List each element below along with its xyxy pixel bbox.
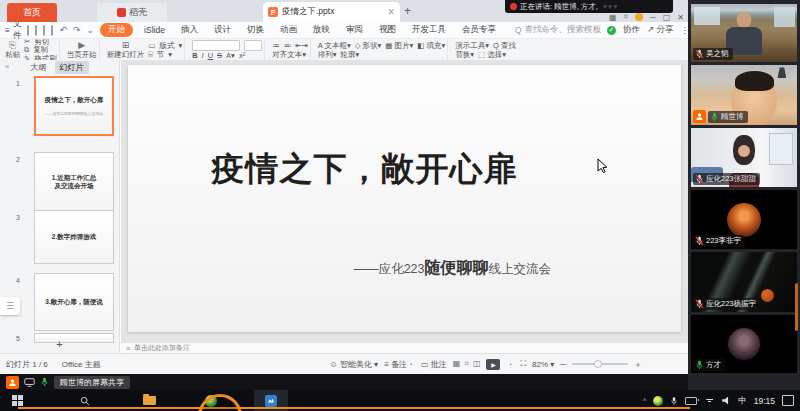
- textbox-button[interactable]: A 文本框▾: [318, 42, 351, 50]
- meeting-app-icon[interactable]: [6, 376, 19, 389]
- participant-tile[interactable]: 223李非宇: [691, 190, 797, 249]
- save-icon[interactable]: [27, 25, 29, 36]
- smart-beautify-button[interactable]: ☺ 智能美化 ▾: [330, 359, 379, 370]
- tab-review[interactable]: 审阅: [341, 23, 368, 37]
- participant-tile[interactable]: 应化223张甜甜: [691, 128, 797, 187]
- maximize-button[interactable]: ▢: [663, 13, 671, 22]
- tab-outline[interactable]: 大纲: [31, 62, 47, 73]
- activity-icon[interactable]: [635, 13, 643, 21]
- document-tab[interactable]: P 疫情之下.pptx ✕: [263, 2, 400, 22]
- slide-thumbnail-3[interactable]: 2.数字炸弹游戏: [34, 210, 114, 264]
- outline-button[interactable]: 轮廓▾: [341, 51, 360, 59]
- tab-member[interactable]: 会员专享: [457, 23, 501, 37]
- notes-bar[interactable]: ≡ 单击此处添加备注: [121, 342, 688, 353]
- cut-button[interactable]: ✂ 剪切: [24, 38, 57, 45]
- panel-collapse-icon[interactable]: «: [5, 62, 9, 71]
- tab-devtools[interactable]: 开发工具: [407, 23, 451, 37]
- select-button[interactable]: ⬚ 选择▾: [478, 51, 506, 59]
- layout-switch-icon[interactable]: ▦: [609, 13, 617, 22]
- participant-tile[interactable]: 应化223杨振宇: [691, 252, 797, 312]
- share-button[interactable]: ↗ 分享: [647, 24, 673, 36]
- slideshow-play-button[interactable]: ▶: [486, 359, 500, 370]
- italic-button[interactable]: I: [202, 52, 204, 60]
- wifi-icon[interactable]: [704, 397, 715, 405]
- current-slide[interactable]: 疫情之下，敞开心扉 ——应化223随便聊聊线上交流会: [128, 65, 681, 332]
- bold-button[interactable]: B: [192, 52, 197, 60]
- indent-icons[interactable]: ⇤⇥: [295, 42, 308, 50]
- tray-mic-icon[interactable]: [670, 396, 678, 406]
- home-tab[interactable]: 首页: [7, 3, 57, 22]
- slide-thumbnail-2[interactable]: 1.近期工作汇总 及交流会开场: [34, 152, 114, 212]
- notes-toggle-button[interactable]: ≡ 备注・: [384, 359, 415, 370]
- find-button[interactable]: Q 查找: [493, 42, 516, 50]
- zoom-slider[interactable]: [572, 363, 628, 365]
- tab-insert[interactable]: 插入: [176, 23, 203, 37]
- fit-window-icon[interactable]: ⛶: [520, 359, 526, 369]
- slide-sorter-icon[interactable]: ⌗: [464, 359, 469, 369]
- theme-name[interactable]: Office 主题: [62, 359, 101, 370]
- tab-view[interactable]: 视图: [374, 23, 401, 37]
- shape-button[interactable]: ◇ 形状▾: [355, 42, 382, 50]
- zoom-in-button[interactable]: ＋: [634, 359, 642, 370]
- new-slide-button[interactable]: ⊞新建幻灯片: [107, 41, 145, 58]
- underline-button[interactable]: U: [208, 52, 213, 60]
- present-tools-button[interactable]: 演示工具▾: [455, 42, 489, 50]
- font-size-input[interactable]: [244, 40, 262, 51]
- layout-button[interactable]: ▭ 版式▾: [148, 42, 182, 50]
- output-icon[interactable]: [35, 25, 37, 36]
- undo-icon[interactable]: ↶: [59, 25, 67, 35]
- more-dropdown-icon[interactable]: ⌄: [87, 25, 95, 35]
- tab-home[interactable]: 开始: [100, 23, 133, 37]
- add-slide-button[interactable]: +: [0, 339, 119, 350]
- tab-transition[interactable]: 切换: [242, 23, 269, 37]
- bullet-list-icon[interactable]: ≔: [272, 42, 280, 50]
- participant-tile[interactable]: 吴之韬: [691, 4, 797, 62]
- docer-tab[interactable]: 稻壳: [97, 3, 167, 22]
- zoom-out-button[interactable]: ─: [560, 360, 566, 369]
- new-tab-button[interactable]: +: [404, 4, 411, 18]
- close-button[interactable]: ✕: [677, 13, 684, 22]
- minimize-button[interactable]: ─: [650, 13, 656, 22]
- comments-toggle-button[interactable]: ▭ 批注: [421, 359, 447, 370]
- tab-slideshow[interactable]: 放映: [308, 23, 335, 37]
- play-dropdown-icon[interactable]: ・: [506, 359, 514, 370]
- paste-button[interactable]: ⎘粘贴: [5, 41, 20, 58]
- font-name-input[interactable]: [192, 40, 240, 51]
- play-from-page-button[interactable]: ▶当页开始: [67, 41, 97, 58]
- arrange-button[interactable]: 排列▾: [318, 51, 337, 59]
- battery-icon[interactable]: [685, 397, 697, 405]
- reading-view-icon[interactable]: ◫: [473, 359, 481, 369]
- participant-tile-speaking[interactable]: 顾世博: [691, 65, 797, 125]
- strike-button[interactable]: S: [217, 52, 222, 60]
- replace-button[interactable]: 替换▾: [455, 51, 474, 59]
- font-color-icon[interactable]: A▾: [226, 52, 235, 60]
- ime-indicator[interactable]: 中: [738, 395, 747, 407]
- section-button[interactable]: ⌸ 节▾: [148, 51, 182, 59]
- volume-icon[interactable]: [722, 397, 731, 405]
- copy-button[interactable]: ⧉ 复制: [24, 46, 57, 54]
- zoom-slider-knob[interactable]: [594, 360, 602, 368]
- notification-center-icon[interactable]: [782, 395, 794, 406]
- superscript-icon[interactable]: x²: [239, 52, 245, 60]
- tab-close-icon[interactable]: ✕: [387, 7, 395, 17]
- slide-thumbnail-1[interactable]: 疫情之下，敞开心扉 ——应化223随便聊聊线上交流会: [34, 76, 114, 136]
- zoom-level[interactable]: 82% ▾: [532, 360, 554, 369]
- tab-islide[interactable]: iSlide: [139, 24, 170, 36]
- normal-view-icon[interactable]: ▦: [453, 359, 461, 369]
- redo-icon[interactable]: ↷: [73, 25, 81, 35]
- slide-navigator-button[interactable]: ☰: [0, 297, 20, 315]
- sidebar-scrollbar[interactable]: [795, 283, 798, 331]
- participant-tile[interactable]: 方才: [691, 315, 797, 373]
- align-text-button[interactable]: 对齐文本▾: [272, 51, 306, 59]
- fill-button[interactable]: ◧ 填充▾: [417, 42, 445, 50]
- slide-thumbnail-4[interactable]: 3.敞开心扉，随便说: [34, 273, 114, 331]
- tray-app-icon[interactable]: [653, 396, 663, 406]
- apps-grid-icon[interactable]: ⌗: [624, 12, 629, 22]
- slide-subtitle[interactable]: ——应化223随便聊聊线上交流会: [354, 258, 551, 279]
- picture-button[interactable]: ▦ 图片▾: [385, 42, 413, 50]
- collab-button[interactable]: 协作: [623, 24, 640, 36]
- tab-design[interactable]: 设计: [209, 23, 236, 37]
- cloud-sync-icon[interactable]: ✓: [607, 26, 616, 35]
- tab-animation[interactable]: 动画: [275, 23, 302, 37]
- number-list-icon[interactable]: ≕: [284, 42, 292, 50]
